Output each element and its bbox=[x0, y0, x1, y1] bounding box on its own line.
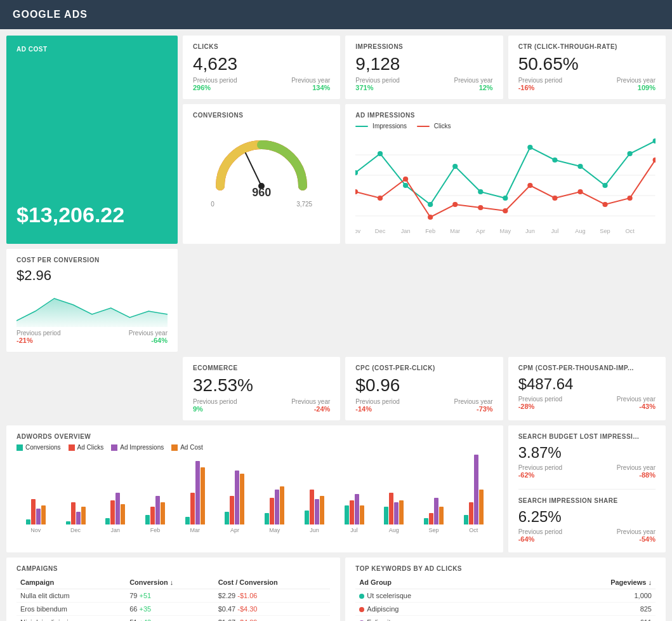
svg-point-17 bbox=[628, 151, 633, 156]
impressions-value: 9,128 bbox=[355, 54, 492, 74]
cpm-prev-year-label: Previous year bbox=[617, 396, 656, 403]
cpm-prev-year-value: -43% bbox=[617, 403, 656, 410]
svg-text:May: May bbox=[500, 228, 511, 234]
gauge-min: 0 bbox=[211, 201, 214, 208]
adwords-overview-card: ADWORDS OVERVIEW Conversions Ad Clicks A… bbox=[6, 425, 503, 552]
cost-prev-year-value: -64% bbox=[129, 337, 168, 344]
cpc-prev-period-value: -14% bbox=[355, 405, 399, 413]
legend-clicks: Clicks bbox=[417, 123, 451, 130]
svg-point-19 bbox=[355, 189, 358, 194]
svg-point-15 bbox=[578, 164, 583, 169]
ecommerce-prev-period-label: Previous period bbox=[193, 398, 237, 405]
campaign-name: Eros bibendum bbox=[16, 603, 126, 616]
svg-text:Feb: Feb bbox=[426, 228, 436, 234]
search-budget-prev-period-label: Previous period bbox=[518, 464, 562, 471]
kw-dot-red bbox=[359, 607, 364, 612]
svg-point-9 bbox=[428, 202, 433, 207]
cost-prev-period-value: -21% bbox=[16, 337, 60, 344]
ctr-label: CTR (CLICK-THROUGH-RATE) bbox=[518, 43, 656, 50]
svg-point-29 bbox=[603, 202, 608, 207]
cost-conv-value: $2.29 -$1.06 bbox=[214, 589, 331, 603]
search-impression-prev-year-label: Previous year bbox=[617, 528, 656, 535]
cpc-value: $0.96 bbox=[355, 375, 492, 396]
clicks-prev-year-label: Previous year bbox=[291, 77, 330, 84]
svg-point-30 bbox=[628, 196, 633, 201]
search-budget-prev-period-value: -62% bbox=[518, 471, 562, 479]
clicks-prev-year-value: 134% bbox=[291, 84, 330, 91]
svg-text:Jun: Jun bbox=[525, 228, 535, 234]
ecommerce-prev-year-value: -24% bbox=[291, 405, 330, 413]
svg-text:Sep: Sep bbox=[600, 228, 610, 234]
svg-line-0 bbox=[246, 153, 261, 186]
ad-impressions-chart: Nov Dec Jan Feb Mar Apr May Jun Jul Aug … bbox=[355, 135, 656, 236]
kw-dot-teal bbox=[359, 594, 364, 599]
impressions-prev-year-label: Previous year bbox=[454, 77, 493, 84]
conversion-value: 51 +43 bbox=[126, 616, 214, 621]
clicks-label: CLICKS bbox=[193, 43, 330, 50]
cost-prev-year-label: Previous year bbox=[129, 330, 168, 337]
svg-point-12 bbox=[503, 196, 508, 201]
ad-impressions-label: AD IMPRESSIONS bbox=[355, 112, 656, 119]
search-budget-card: SEARCH BUDGET LOST IMPRESSI... 3.87% Pre… bbox=[508, 425, 666, 552]
impressions-prev-period-label: Previous period bbox=[355, 77, 399, 84]
svg-point-26 bbox=[528, 183, 533, 188]
cost-per-conv-value: $2.96 bbox=[16, 267, 168, 284]
svg-point-31 bbox=[653, 157, 656, 163]
cpm-prev-period-label: Previous period bbox=[518, 396, 562, 403]
impressions-prev-year-value: 12% bbox=[454, 84, 493, 91]
svg-text:Apr: Apr bbox=[476, 228, 485, 234]
conversions-value: 960 bbox=[252, 186, 271, 199]
keywords-label: TOP KEYWORDS BY AD CLICKS bbox=[355, 565, 656, 572]
svg-point-13 bbox=[528, 145, 533, 150]
cpm-prev-period-value: -28% bbox=[518, 403, 562, 410]
pageviews-col-header[interactable]: Pageviews ↓ bbox=[520, 576, 656, 589]
svg-point-8 bbox=[403, 183, 408, 188]
cpm-value: $487.64 bbox=[518, 375, 656, 393]
conversion-col-header[interactable]: Conversion ↓ bbox=[126, 576, 214, 589]
svg-text:Dec: Dec bbox=[375, 228, 386, 234]
conversions-label: CONVERSIONS bbox=[193, 112, 330, 119]
gauge-max: 3,725 bbox=[296, 201, 312, 208]
clicks-prev-period-label: Previous period bbox=[193, 77, 237, 84]
cpc-label: CPC (COST-PER-CLICK) bbox=[355, 364, 492, 371]
adwords-overview-label: ADWORDS OVERVIEW bbox=[16, 433, 493, 440]
search-impression-prev-year-value: -54% bbox=[617, 535, 656, 543]
cpc-prev-period-label: Previous period bbox=[355, 398, 399, 405]
cost-conv-col-header: Cost / Conversion bbox=[214, 576, 331, 589]
keyword-name: Ut scelerisque bbox=[355, 589, 520, 603]
search-impression-prev-period-value: -64% bbox=[518, 535, 562, 543]
keyword-row: Felis sit 611 bbox=[355, 616, 656, 621]
svg-point-24 bbox=[478, 205, 484, 210]
search-budget-prev-year-label: Previous year bbox=[617, 464, 656, 471]
ecommerce-prev-year-label: Previous year bbox=[291, 398, 330, 405]
clicks-value: 4,623 bbox=[193, 54, 330, 74]
ad-impressions-card: AD IMPRESSIONS Impressions Clicks bbox=[345, 104, 666, 244]
keyword-name: Adipiscing bbox=[355, 603, 520, 616]
impressions-label: IMPRESSIONS bbox=[355, 43, 492, 50]
ctr-prev-year-label: Previous year bbox=[617, 77, 656, 84]
search-budget-prev-year-value: -88% bbox=[617, 471, 656, 479]
svg-point-27 bbox=[553, 196, 558, 201]
campaign-name: Nulla elit dictum bbox=[16, 589, 126, 603]
ctr-value: 50.65% bbox=[518, 54, 656, 74]
clicks-prev-period-value: 296% bbox=[193, 84, 237, 91]
keyword-value: 611 bbox=[520, 616, 656, 621]
campaign-col-header: Campaign bbox=[16, 576, 126, 589]
svg-point-22 bbox=[428, 215, 433, 220]
ctr-prev-year-value: 109% bbox=[617, 84, 656, 91]
campaigns-label: CAMPAIGNS bbox=[16, 565, 330, 572]
ecommerce-card: ECOMMERCE 32.53% Previous period 9% Prev… bbox=[183, 357, 340, 420]
cpm-card: CPM (COST-PER-THOUSAND-IMP... $487.64 Pr… bbox=[508, 357, 666, 420]
header-title: GOOGLE ADS bbox=[13, 9, 88, 20]
cost-conv-value: $0.47 -$4.30 bbox=[214, 603, 331, 616]
svg-point-10 bbox=[452, 164, 458, 169]
table-row: Nulla elit dictum 79 +51 $2.29 -$1.06 bbox=[16, 589, 330, 603]
cost-per-conversion-card: COST PER CONVERSION $2.96 Previous perio… bbox=[6, 249, 178, 352]
search-impression-label: SEARCH IMPRESSION SHARE bbox=[518, 497, 656, 504]
campaigns-card: CAMPAIGNS Campaign Conversion ↓ Cost / C… bbox=[6, 558, 340, 621]
ctr-prev-period-value: -16% bbox=[518, 84, 562, 91]
conversions-card: CONVERSIONS 960 0 3,725 bbox=[183, 104, 340, 244]
keywords-card: TOP KEYWORDS BY AD CLICKS Ad Group Pagev… bbox=[345, 558, 666, 621]
ad-group-col-header: Ad Group bbox=[355, 576, 520, 589]
cost-conv-value: $1.67 -$4.89 bbox=[214, 616, 331, 621]
